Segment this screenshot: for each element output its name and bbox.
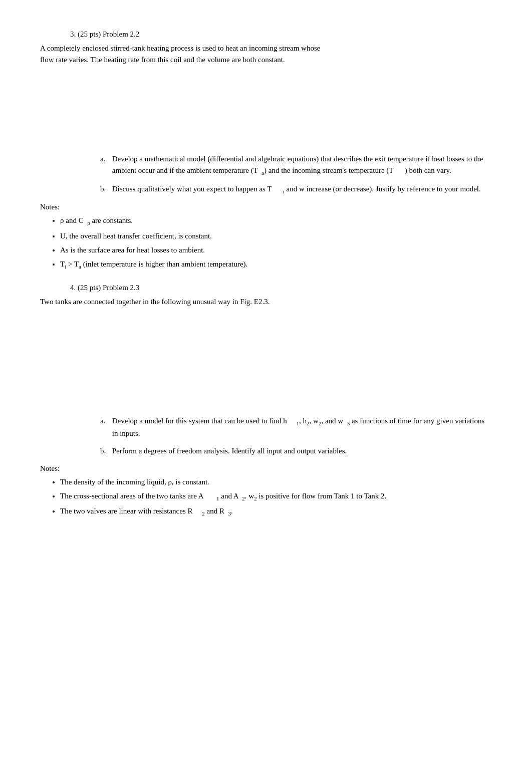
part-b-label: b. [100, 183, 110, 195]
notes4-label: Notes: [40, 464, 492, 473]
problem4-part-a: a. Develop a model for this system that … [100, 415, 492, 439]
problem3-title: 3. (25 pts) Problem 2.2 [70, 30, 139, 38]
note3-item2: U, the overall heat transfer coefficient… [60, 230, 492, 242]
notes4-list: The density of the incoming liquid, ρ, i… [40, 476, 492, 518]
note4-item1: The density of the incoming liquid, ρ, i… [60, 476, 492, 488]
part4-b-text: Perform a degrees of freedom analysis. I… [112, 445, 492, 457]
notes3-section: Notes: ρ and C p are constants. U, the o… [40, 203, 492, 271]
problem4-subparts: a. Develop a model for this system that … [100, 415, 492, 457]
note3-item4: Ti > Ta (inlet temperature is higher tha… [60, 258, 492, 272]
problem4-title: 4. (25 pts) Problem 2.3 [70, 284, 139, 292]
problem3-header: 3. (25 pts) Problem 2.2 [70, 30, 492, 39]
part4-a-label: a. [100, 415, 110, 427]
problem4-part-b: b. Perform a degrees of freedom analysis… [100, 445, 492, 457]
problem4-header: 4. (25 pts) Problem 2.3 [70, 284, 492, 292]
problem3-subparts: a. Develop a mathematical model (differe… [100, 153, 492, 196]
note3-item1: ρ and C p are constants. [60, 214, 492, 228]
note4-item3: The two valves are linear with resistanc… [60, 505, 492, 518]
notes3-list: ρ and C p are constants. U, the overall … [40, 214, 492, 271]
notes3-label: Notes: [40, 203, 492, 211]
note4-item2: The cross-sectional areas of the two tan… [60, 490, 492, 503]
problem3-intro-line1: A completely enclosed stirred-tank heati… [40, 44, 320, 52]
part-a-text: Develop a mathematical model (differenti… [112, 153, 492, 177]
problem3-part-b: b. Discuss qualitatively what you expect… [100, 183, 492, 196]
problem3-intro-line2: flow rate varies. The heating rate from … [40, 56, 285, 64]
problem3-intro: A completely enclosed stirred-tank heati… [40, 43, 492, 65]
problem4-intro: Two tanks are connected together in the … [40, 296, 492, 308]
problem3-part-a: a. Develop a mathematical model (differe… [100, 153, 492, 177]
part4-b-label: b. [100, 445, 110, 457]
notes4-section: Notes: The density of the incoming liqui… [40, 464, 492, 518]
part-a-label: a. [100, 153, 110, 165]
problem4-intro-text: Two tanks are connected together in the … [40, 298, 270, 306]
page-content: 3. (25 pts) Problem 2.2 A completely enc… [40, 30, 492, 518]
part4-a-text: Develop a model for this system that can… [112, 415, 492, 439]
part-b-text: Discuss qualitatively what you expect to… [112, 183, 492, 196]
note3-item3: As is the surface area for heat losses t… [60, 244, 492, 256]
